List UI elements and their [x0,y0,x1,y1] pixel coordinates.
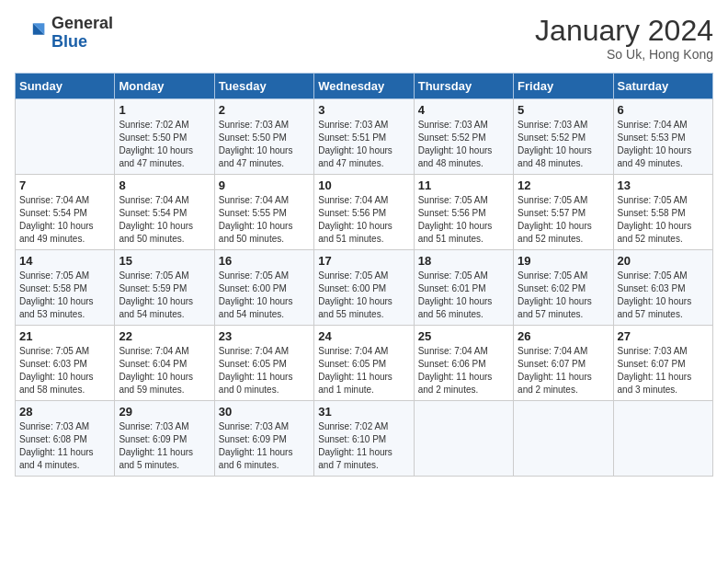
day-cell: 30Sunrise: 7:03 AM Sunset: 6:09 PM Dayli… [214,401,313,477]
day-info: Sunrise: 7:03 AM Sunset: 5:50 PM Dayligh… [219,119,310,170]
day-info: Sunrise: 7:03 AM Sunset: 5:52 PM Dayligh… [518,119,609,170]
day-cell [414,401,513,477]
day-info: Sunrise: 7:05 AM Sunset: 5:56 PM Dayligh… [418,194,509,246]
day-number: 19 [518,254,609,268]
day-number: 2 [219,103,310,117]
day-number: 26 [518,329,609,343]
day-number: 20 [618,254,709,268]
day-number: 3 [318,103,409,117]
location-subtitle: So Uk, Hong Kong [535,47,713,62]
day-cell: 24Sunrise: 7:04 AM Sunset: 6:05 PM Dayli… [314,326,414,401]
day-info: Sunrise: 7:04 AM Sunset: 5:53 PM Dayligh… [618,119,709,170]
day-cell: 10Sunrise: 7:04 AM Sunset: 5:56 PM Dayli… [314,175,414,250]
day-info: Sunrise: 7:03 AM Sunset: 5:51 PM Dayligh… [318,119,409,170]
day-info: Sunrise: 7:05 AM Sunset: 6:02 PM Dayligh… [518,270,609,321]
day-number: 23 [219,329,310,343]
day-cell: 3Sunrise: 7:03 AM Sunset: 5:51 PM Daylig… [314,99,414,175]
day-number: 7 [19,178,110,192]
page-header: General Blue January 2024 So Uk, Hong Ko… [15,15,713,62]
day-cell: 17Sunrise: 7:05 AM Sunset: 6:00 PM Dayli… [314,250,414,326]
day-number: 31 [318,405,409,419]
day-cell: 29Sunrise: 7:03 AM Sunset: 6:09 PM Dayli… [115,401,214,477]
day-number: 21 [19,329,110,343]
day-cell: 16Sunrise: 7:05 AM Sunset: 6:00 PM Dayli… [214,250,313,326]
day-number: 17 [318,254,409,268]
day-cell [613,401,712,477]
column-header-monday: Monday [115,74,214,99]
day-cell [16,99,115,175]
day-cell: 2Sunrise: 7:03 AM Sunset: 5:50 PM Daylig… [214,99,313,175]
day-info: Sunrise: 7:05 AM Sunset: 5:58 PM Dayligh… [618,194,709,246]
week-row-2: 7Sunrise: 7:04 AM Sunset: 5:54 PM Daylig… [16,175,713,250]
calendar-header-row: SundayMondayTuesdayWednesdayThursdayFrid… [16,74,713,99]
day-number: 14 [19,254,110,268]
calendar-table: SundayMondayTuesdayWednesdayThursdayFrid… [15,73,713,477]
day-cell: 26Sunrise: 7:04 AM Sunset: 6:07 PM Dayli… [514,326,613,401]
day-cell: 20Sunrise: 7:05 AM Sunset: 6:03 PM Dayli… [613,250,712,326]
day-info: Sunrise: 7:04 AM Sunset: 5:55 PM Dayligh… [219,194,310,246]
day-cell: 13Sunrise: 7:05 AM Sunset: 5:58 PM Dayli… [613,175,712,250]
day-cell: 25Sunrise: 7:04 AM Sunset: 6:06 PM Dayli… [414,326,513,401]
day-cell: 7Sunrise: 7:04 AM Sunset: 5:54 PM Daylig… [16,175,115,250]
day-cell: 1Sunrise: 7:02 AM Sunset: 5:50 PM Daylig… [115,99,214,175]
column-header-sunday: Sunday [16,74,115,99]
logo: General Blue [15,15,113,52]
day-cell: 31Sunrise: 7:02 AM Sunset: 6:10 PM Dayli… [314,401,414,477]
day-number: 29 [119,405,210,419]
week-row-3: 14Sunrise: 7:05 AM Sunset: 5:58 PM Dayli… [16,250,713,326]
day-info: Sunrise: 7:05 AM Sunset: 6:00 PM Dayligh… [318,270,409,321]
logo-icon [15,17,48,50]
day-number: 12 [518,178,609,192]
day-info: Sunrise: 7:05 AM Sunset: 5:58 PM Dayligh… [19,270,110,321]
day-cell: 28Sunrise: 7:03 AM Sunset: 6:08 PM Dayli… [16,401,115,477]
day-number: 25 [418,329,509,343]
column-header-tuesday: Tuesday [214,74,313,99]
day-info: Sunrise: 7:05 AM Sunset: 6:00 PM Dayligh… [219,270,310,321]
logo-text: General Blue [51,15,113,52]
column-header-wednesday: Wednesday [314,74,414,99]
day-info: Sunrise: 7:04 AM Sunset: 6:05 PM Dayligh… [219,345,310,396]
day-info: Sunrise: 7:04 AM Sunset: 5:54 PM Dayligh… [119,194,210,246]
day-number: 1 [119,103,210,117]
day-info: Sunrise: 7:03 AM Sunset: 6:08 PM Dayligh… [19,420,110,472]
day-number: 30 [219,405,310,419]
day-cell: 23Sunrise: 7:04 AM Sunset: 6:05 PM Dayli… [214,326,313,401]
day-number: 10 [318,178,409,192]
day-number: 6 [618,103,709,117]
day-number: 9 [219,178,310,192]
day-cell: 5Sunrise: 7:03 AM Sunset: 5:52 PM Daylig… [514,99,613,175]
day-cell: 21Sunrise: 7:05 AM Sunset: 6:03 PM Dayli… [16,326,115,401]
day-info: Sunrise: 7:05 AM Sunset: 6:03 PM Dayligh… [618,270,709,321]
day-info: Sunrise: 7:03 AM Sunset: 6:09 PM Dayligh… [119,420,210,472]
day-info: Sunrise: 7:05 AM Sunset: 6:03 PM Dayligh… [19,345,110,396]
day-number: 11 [418,178,509,192]
day-info: Sunrise: 7:04 AM Sunset: 6:07 PM Dayligh… [518,345,609,396]
day-info: Sunrise: 7:03 AM Sunset: 5:52 PM Dayligh… [418,119,509,170]
day-cell: 4Sunrise: 7:03 AM Sunset: 5:52 PM Daylig… [414,99,513,175]
day-number: 24 [318,329,409,343]
day-info: Sunrise: 7:02 AM Sunset: 5:50 PM Dayligh… [119,119,210,170]
day-number: 16 [219,254,310,268]
day-number: 22 [119,329,210,343]
month-title: January 2024 [535,15,713,47]
title-block: January 2024 So Uk, Hong Kong [535,15,713,62]
day-cell: 8Sunrise: 7:04 AM Sunset: 5:54 PM Daylig… [115,175,214,250]
day-info: Sunrise: 7:03 AM Sunset: 6:07 PM Dayligh… [618,345,709,396]
day-number: 4 [418,103,509,117]
day-cell: 6Sunrise: 7:04 AM Sunset: 5:53 PM Daylig… [613,99,712,175]
column-header-friday: Friday [514,74,613,99]
day-info: Sunrise: 7:05 AM Sunset: 5:59 PM Dayligh… [119,270,210,321]
day-info: Sunrise: 7:02 AM Sunset: 6:10 PM Dayligh… [318,420,409,472]
week-row-5: 28Sunrise: 7:03 AM Sunset: 6:08 PM Dayli… [16,401,713,477]
day-number: 15 [119,254,210,268]
column-header-saturday: Saturday [613,74,712,99]
calendar-body: 1Sunrise: 7:02 AM Sunset: 5:50 PM Daylig… [16,99,713,477]
day-number: 28 [19,405,110,419]
day-number: 13 [618,178,709,192]
day-cell: 12Sunrise: 7:05 AM Sunset: 5:57 PM Dayli… [514,175,613,250]
day-cell: 11Sunrise: 7:05 AM Sunset: 5:56 PM Dayli… [414,175,513,250]
day-number: 18 [418,254,509,268]
day-cell: 18Sunrise: 7:05 AM Sunset: 6:01 PM Dayli… [414,250,513,326]
day-number: 8 [119,178,210,192]
week-row-1: 1Sunrise: 7:02 AM Sunset: 5:50 PM Daylig… [16,99,713,175]
